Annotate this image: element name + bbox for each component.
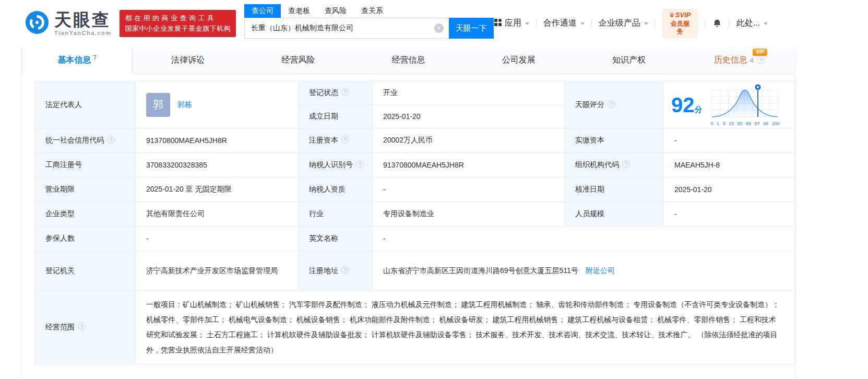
reg-capital-label: 注册资本 bbox=[299, 128, 373, 153]
nav-partner[interactable]: 合作通道 bbox=[543, 18, 585, 29]
svip-member-button[interactable]: ♛SVIP 会员服务 bbox=[662, 9, 698, 38]
search-tab-company[interactable]: 查公司 bbox=[244, 4, 281, 18]
company-type-value: 其他有限责任公司 bbox=[136, 202, 299, 227]
taxpayer-quality-value: - bbox=[373, 177, 565, 202]
crown-icon: ♛ bbox=[669, 11, 675, 19]
help-icon[interactable] bbox=[107, 136, 115, 144]
divider bbox=[536, 19, 537, 27]
tab-operation-risk[interactable]: 经营风险 bbox=[243, 47, 353, 74]
help-icon[interactable] bbox=[608, 100, 615, 108]
brand-domain: TianYanCha.com bbox=[54, 30, 111, 36]
insured-count-label: 参保人数 bbox=[35, 227, 136, 251]
apps-grid-icon bbox=[494, 18, 502, 29]
business-term-label: 营业期限 bbox=[35, 177, 136, 202]
approval-date-value: 2025-01-20 bbox=[664, 177, 796, 202]
tab-history-info[interactable]: VIP 历史信息 4 bbox=[684, 47, 794, 74]
user-menu[interactable]: 此处... bbox=[736, 18, 768, 29]
avatar[interactable]: 郭 bbox=[146, 93, 170, 117]
tab-label: 公司发展 bbox=[502, 55, 536, 66]
approval-date-label: 核准日期 bbox=[565, 177, 664, 202]
reg-status-value: 开业 bbox=[373, 81, 565, 105]
search-input[interactable] bbox=[244, 18, 449, 39]
paid-capital-label: 实缴资本 bbox=[565, 128, 664, 153]
nearby-companies-link[interactable]: 附近公司 bbox=[586, 266, 615, 275]
label-text: 统一社会信用代码 bbox=[45, 136, 104, 144]
reg-authority-label: 登记机关 bbox=[35, 251, 136, 291]
label-text: 注册地址 bbox=[309, 266, 338, 275]
legal-rep-link[interactable]: 郭栋 bbox=[177, 100, 192, 110]
clear-icon[interactable]: × bbox=[434, 23, 444, 33]
reg-address-label: 注册地址 bbox=[299, 251, 373, 291]
help-icon[interactable] bbox=[757, 56, 765, 64]
reg-address-value: 山东省济宁市高新区王因街道海川路69号创意大厦五层511号 bbox=[383, 266, 578, 275]
tab-basic-info[interactable]: 基本信息 7 bbox=[21, 47, 133, 74]
tab-count: 4 bbox=[750, 56, 754, 64]
business-scope-label: 经营范围 bbox=[35, 291, 136, 364]
tab-label: 历史信息 bbox=[714, 55, 747, 66]
tab-label: 法律诉讼 bbox=[171, 55, 205, 66]
divider bbox=[591, 19, 592, 27]
help-icon[interactable] bbox=[341, 88, 349, 96]
nav-apps-label: 应用 bbox=[505, 18, 521, 29]
establish-date-label: 成立日期 bbox=[299, 105, 373, 128]
nav-partner-label: 合作通道 bbox=[543, 18, 577, 29]
tab-business-info[interactable]: 经营信息 bbox=[353, 47, 463, 74]
help-icon[interactable] bbox=[622, 160, 630, 168]
nav-apps[interactable]: 应用 bbox=[494, 18, 529, 29]
industry-label: 行业 bbox=[299, 202, 373, 227]
tab-company-development[interactable]: 公司发展 bbox=[463, 47, 574, 74]
tab-intellectual-property[interactable]: 知识产权 bbox=[574, 47, 684, 74]
svip-label: SVIP bbox=[675, 11, 691, 19]
label-text: 天眼评分 bbox=[575, 100, 604, 109]
tab-label: 基本信息 bbox=[57, 55, 91, 66]
legal-rep-cell: 郭 郭栋 bbox=[136, 81, 299, 128]
divider bbox=[729, 19, 730, 27]
establish-date-value: 2025-01-20 bbox=[373, 105, 565, 128]
help-icon[interactable] bbox=[78, 323, 86, 330]
score-cell: 92分 bbox=[664, 81, 796, 128]
label-text: 经营范围 bbox=[45, 323, 75, 331]
score-distribution-chart: 01 315 5085 9799 100 bbox=[711, 84, 780, 126]
industry-value: 专用设备制造业 bbox=[373, 202, 565, 227]
tab-label: 知识产权 bbox=[612, 55, 646, 66]
business-term-value: 2025-01-20 至 无固定期限 bbox=[136, 177, 299, 202]
notification-bell-icon[interactable] bbox=[712, 18, 722, 29]
chevron-down-icon bbox=[644, 22, 648, 25]
slogan-line1: 都在用的商业查询工具 bbox=[125, 13, 231, 23]
tianyancha-logo[interactable]: 天眼查 TianYanCha.com bbox=[25, 10, 111, 37]
uscc-label: 统一社会信用代码 bbox=[35, 128, 136, 153]
search-module: 查公司 查老板 查风险 查关系 × 天眼一下 bbox=[244, 4, 494, 39]
search-button[interactable]: 天眼一下 bbox=[449, 18, 494, 39]
slogan-badge: 都在用的商业查询工具 国家中小企业发展子基金旗下机构 bbox=[120, 10, 236, 37]
basic-info-table: 法定代表人 郭 郭栋 登记状态 开业 天眼评分 92分 bbox=[34, 81, 796, 364]
nav-enterprise[interactable]: 企业级产品 bbox=[599, 18, 648, 29]
reg-address-cell: 山东省济宁市高新区王因街道海川路69号创意大厦五层511号 附近公司 bbox=[373, 251, 796, 291]
label-text: 组织机构代码 bbox=[575, 160, 619, 169]
help-icon[interactable] bbox=[341, 266, 349, 274]
taxpayer-id-label: 纳税人识别号 bbox=[299, 153, 373, 177]
vip-badge: VIP bbox=[753, 49, 767, 56]
divider bbox=[705, 19, 705, 27]
search-tab-relation[interactable]: 查关系 bbox=[354, 4, 390, 18]
divider bbox=[655, 19, 656, 27]
svip-sublabel: 会员服务 bbox=[668, 20, 693, 36]
uscc-value: 91370800MAEAH5JH8R bbox=[136, 128, 299, 153]
score-value: 92 bbox=[671, 93, 695, 116]
taxpayer-id-value: 91370800MAEAH5JH8R bbox=[373, 153, 565, 177]
search-tab-boss[interactable]: 查老板 bbox=[281, 4, 317, 18]
brand-name: 天眼查 bbox=[54, 11, 111, 28]
eye-logo-icon bbox=[25, 10, 49, 37]
search-tab-risk[interactable]: 查风险 bbox=[317, 4, 354, 18]
company-type-label: 企业类型 bbox=[35, 202, 136, 227]
help-icon[interactable] bbox=[341, 136, 349, 144]
top-nav: 应用 合作通道 企业级产品 ♛SVIP 会员服务 此处... bbox=[494, 9, 868, 38]
tab-legal[interactable]: 法律诉讼 bbox=[133, 47, 243, 74]
tab-label: 经营信息 bbox=[391, 55, 425, 66]
company-detail-card: 基本信息 7 法律诉讼 经营风险 经营信息 公司发展 知识产权 VIP 历史信息… bbox=[21, 47, 795, 379]
help-icon[interactable] bbox=[356, 160, 364, 168]
insured-count-value: - bbox=[136, 227, 299, 251]
slogan-line2: 国家中小企业发展子基金旗下机构 bbox=[125, 23, 231, 34]
business-scope-value: 一般项目：矿山机械制造； 矿山机械销售； 汽车零部件及配件制造； 液压动力机械及… bbox=[136, 291, 796, 364]
reg-number-label: 工商注册号 bbox=[35, 153, 136, 177]
taxpayer-quality-label: 纳税人资质 bbox=[299, 177, 373, 202]
